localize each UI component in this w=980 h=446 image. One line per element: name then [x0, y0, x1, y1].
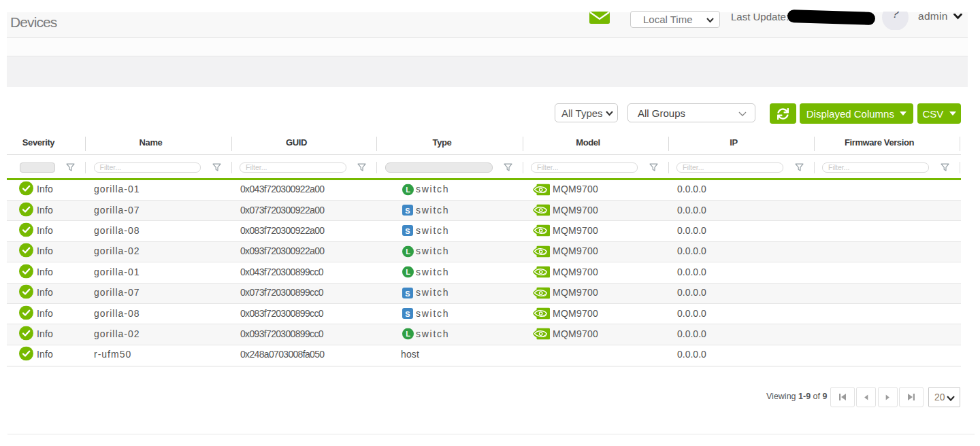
- svg-text:S: S: [405, 207, 410, 215]
- svg-text:S: S: [405, 227, 410, 235]
- svg-text:L: L: [406, 330, 410, 338]
- svg-text:S: S: [405, 289, 410, 297]
- svg-text:L: L: [406, 247, 410, 256]
- svg-text:L: L: [406, 268, 410, 276]
- svg-text:S: S: [405, 310, 410, 318]
- svg-text:L: L: [406, 186, 410, 194]
